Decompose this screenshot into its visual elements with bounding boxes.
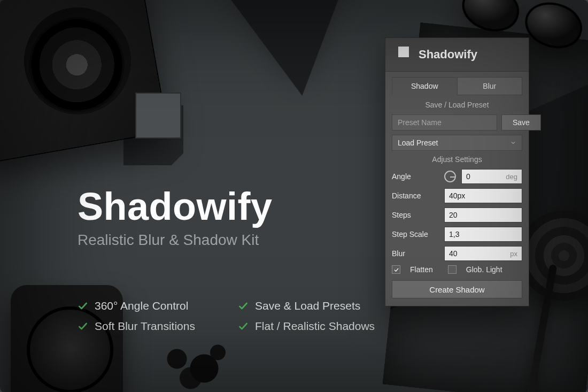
blur-input[interactable] [445, 249, 522, 258]
glob-light-label[interactable]: Glob. Light [466, 265, 502, 274]
hero: Shadowify Realistic Blur & Shadow Kit [78, 88, 377, 249]
feature-label: 360° Angle Control [95, 299, 188, 312]
panel-logo-icon [394, 45, 412, 64]
feature-label: Soft Blur Transitions [95, 320, 195, 333]
settings-group: Angle deg Distance Steps [392, 169, 522, 298]
check-icon [238, 321, 249, 332]
panel-title: Shadowify [419, 48, 477, 62]
check-icon [78, 321, 88, 332]
tab-blur[interactable]: Blur [458, 77, 523, 95]
tab-shadow[interactable]: Shadow [392, 77, 458, 95]
feature-list: 360° Angle Control Save & Load Presets S… [78, 299, 398, 333]
panel-body: Shadow Blur Save / Load Preset Save Load… [385, 71, 529, 306]
angle-dial-icon[interactable] [444, 171, 456, 182]
save-button[interactable]: Save [501, 114, 541, 130]
coal-prop [150, 333, 241, 392]
feature-label: Flat / Realistic Shadows [255, 320, 375, 333]
angle-label: Angle [392, 172, 440, 181]
tab-bar: Shadow Blur [392, 77, 522, 95]
check-icon [78, 301, 88, 311]
steps-input[interactable] [445, 211, 522, 219]
angle-input[interactable] [462, 172, 522, 181]
load-preset-label: Load Preset [398, 139, 438, 147]
hero-title: Shadowify [78, 185, 377, 228]
chevron-down-icon [510, 140, 516, 146]
check-icon [393, 267, 399, 273]
preset-section-title: Save / Load Preset [392, 101, 522, 109]
feature-item: 360° Angle Control [78, 299, 227, 312]
distance-input[interactable] [445, 191, 522, 200]
steps-label: Steps [392, 211, 440, 219]
app-logo-icon [120, 88, 200, 168]
step-scale-input[interactable] [445, 230, 522, 239]
load-preset-select[interactable]: Load Preset [392, 135, 522, 151]
shadowify-panel: Shadowify Shadow Blur Save / Load Preset… [385, 37, 529, 306]
panel-header: Shadowify [385, 38, 529, 71]
blur-label: Blur [392, 249, 440, 258]
feature-item: Save & Load Presets [238, 299, 398, 312]
feature-item: Flat / Realistic Shadows [238, 320, 398, 333]
create-shadow-button[interactable]: Create Shadow [392, 280, 522, 298]
flatten-label[interactable]: Flatten [410, 265, 433, 274]
hero-subtitle: Realistic Blur & Shadow Kit [78, 232, 377, 249]
feature-label: Save & Load Presets [255, 299, 360, 312]
preset-name-input[interactable] [392, 114, 497, 130]
settings-section-title: Adjust Settings [392, 155, 522, 164]
check-icon [238, 301, 249, 311]
distance-label: Distance [392, 191, 440, 200]
glob-light-checkbox[interactable] [448, 265, 457, 274]
flatten-checkbox[interactable] [392, 265, 400, 274]
step-scale-label: Step Scale [392, 230, 440, 239]
feature-item: Soft Blur Transitions [78, 320, 227, 333]
